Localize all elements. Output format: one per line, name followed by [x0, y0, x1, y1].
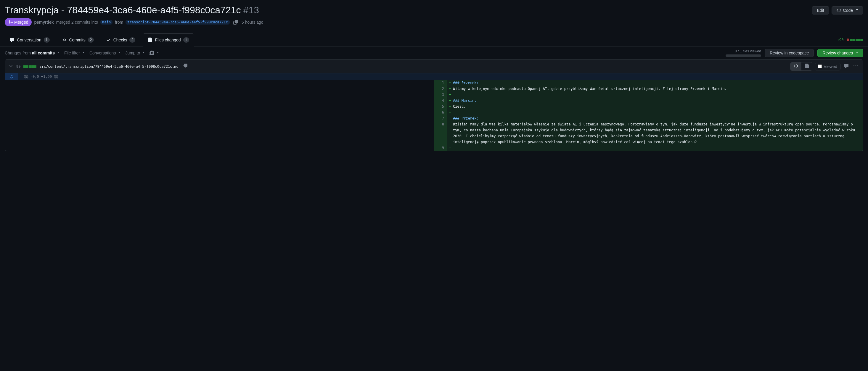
line-number[interactable]: 7 — [434, 115, 447, 121]
chevron-down-icon — [8, 64, 13, 68]
code-content — [453, 109, 863, 115]
collapse-file-icon[interactable] — [8, 64, 13, 69]
review-codespace-button[interactable]: Review in codespace — [765, 49, 814, 57]
merge-text-2: from — [115, 20, 123, 25]
hunk-text: @@ -0,0 +1,90 @@ — [18, 73, 64, 80]
diff-marker: + — [447, 80, 453, 86]
diff-marker: + — [447, 115, 453, 121]
tab-conversation-count: 1 — [44, 37, 50, 43]
source-view-button[interactable] — [790, 62, 801, 70]
diff-line[interactable]: 9+ — [434, 145, 863, 151]
line-number[interactable]: 3 — [434, 92, 447, 98]
code-icon — [837, 8, 841, 13]
diff-marker: + — [447, 145, 453, 151]
unfold-icon — [9, 74, 14, 79]
code-content: ### Marcin: — [453, 98, 863, 104]
diffstat: +90 −0 — [837, 38, 863, 42]
line-number[interactable]: 6 — [434, 109, 447, 115]
changes-from-prefix: Changes from — [5, 50, 31, 55]
diff-old-side — [5, 80, 434, 151]
rendered-view-button[interactable] — [801, 62, 812, 70]
diff-line[interactable]: 7+### Przemek: — [434, 115, 863, 121]
diff-new-side: 1+### Przemek:2+Witamy w kolejnym odcink… — [434, 80, 863, 151]
tab-checks[interactable]: Checks 2 — [101, 33, 141, 46]
jump-to-filter[interactable]: Jump to — [125, 50, 145, 55]
code-icon — [794, 64, 798, 68]
diff-marker: + — [447, 86, 453, 92]
edit-button[interactable]: Edit — [812, 6, 829, 14]
changes-from-filter[interactable]: Changes from all commits — [5, 50, 60, 55]
expand-hunk-button[interactable] — [5, 73, 18, 80]
conversations-filter[interactable]: Conversations — [89, 50, 121, 55]
diff-line[interactable]: 2+Witamy w kolejnym odcinku podcastu Opa… — [434, 86, 863, 92]
code-button[interactable]: Code — [832, 6, 863, 14]
code-content — [453, 92, 863, 98]
line-number[interactable]: 8 — [434, 121, 447, 145]
diff-line[interactable]: 1+### Przemek: — [434, 80, 863, 86]
tab-files-label: Files changed — [155, 38, 181, 42]
file-line-count: 90 — [16, 65, 21, 69]
file-menu-button[interactable] — [852, 62, 860, 70]
file-path[interactable]: src/content/transcription/784459e4-3ca6-… — [39, 65, 179, 69]
diff-line[interactable]: 4+### Marcin: — [434, 98, 863, 104]
diff-line[interactable]: 5+Cześć. — [434, 104, 863, 109]
kebab-icon — [854, 64, 858, 68]
line-number[interactable]: 5 — [434, 104, 447, 109]
progress-text: 0 / 1 files viewed — [735, 49, 761, 53]
line-number[interactable]: 9 — [434, 145, 447, 151]
review-changes-button[interactable]: Review changes — [817, 49, 863, 57]
progress-indicator: 0 / 1 files viewed — [725, 49, 761, 57]
viewed-checkbox[interactable]: Viewed — [815, 63, 840, 70]
pr-number: #13 — [243, 5, 259, 16]
copy-branch-icon[interactable] — [232, 19, 239, 26]
tab-commits-count: 2 — [88, 37, 94, 43]
code-content: ### Przemek: — [453, 115, 863, 121]
comment-icon — [10, 38, 14, 42]
merge-text-1: merged 2 commits into — [56, 20, 98, 25]
code-content: Dzisiaj mamy dla Was kilka materiałów wł… — [453, 121, 863, 145]
diff-table: 1+### Przemek:2+Witamy w kolejnym odcink… — [5, 80, 863, 151]
tab-commits-label: Commits — [69, 38, 86, 42]
viewed-label: Viewed — [824, 64, 837, 69]
changes-from-value: all commits — [32, 50, 55, 55]
state-label: Merged — [14, 20, 28, 25]
file-filter[interactable]: File filter — [64, 50, 85, 55]
code-content: ### Przemek: — [453, 80, 863, 86]
author-link[interactable]: psmyrdek — [34, 20, 54, 25]
diff-marker: + — [447, 109, 453, 115]
line-number[interactable]: 2 — [434, 86, 447, 92]
base-branch[interactable]: main — [100, 20, 113, 25]
comment-file-button[interactable] — [843, 62, 850, 70]
checks-icon — [106, 38, 111, 42]
diff-line[interactable]: 6+ — [434, 109, 863, 115]
diff-additions: +90 — [837, 38, 844, 42]
tab-checks-label: Checks — [113, 38, 127, 42]
diff-marker: + — [447, 98, 453, 104]
tab-commits[interactable]: Commits 2 — [57, 33, 99, 46]
line-number[interactable]: 1 — [434, 80, 447, 86]
settings-filter[interactable] — [150, 50, 159, 55]
viewed-checkbox-input[interactable] — [818, 65, 822, 68]
diff-line[interactable]: 3+ — [434, 92, 863, 98]
review-changes-label: Review changes — [823, 50, 853, 55]
tab-conversation-label: Conversation — [17, 38, 41, 42]
diff-marker: + — [447, 104, 453, 109]
tab-conversation[interactable]: Conversation 1 — [5, 33, 55, 46]
code-content — [453, 145, 863, 151]
code-content: Cześć. — [453, 104, 863, 109]
diff-marker: + — [447, 92, 453, 98]
diff-line[interactable]: 8+Dzisiaj mamy dla Was kilka materiałów … — [434, 121, 863, 145]
line-number[interactable]: 4 — [434, 98, 447, 104]
head-branch[interactable]: transcript-784459e4-3ca6-460e-a4f5-f998c… — [126, 20, 230, 25]
diff-deletions: −0 — [845, 38, 849, 42]
tab-files-changed[interactable]: Files changed 1 — [143, 33, 194, 46]
gear-icon — [150, 50, 154, 55]
copy-path-icon[interactable] — [182, 62, 189, 70]
tab-checks-count: 2 — [129, 37, 135, 43]
code-content: Witamy w kolejnym odcinku podcastu Opanu… — [453, 86, 863, 92]
state-badge: Merged — [5, 18, 32, 26]
hunk-header: @@ -0,0 +1,90 @@ — [5, 73, 863, 80]
diff-squares — [850, 39, 863, 41]
file-icon — [804, 64, 809, 68]
pr-title: Transkrypcja - 784459e4-3ca6-460e-a4f5-f… — [5, 5, 241, 16]
